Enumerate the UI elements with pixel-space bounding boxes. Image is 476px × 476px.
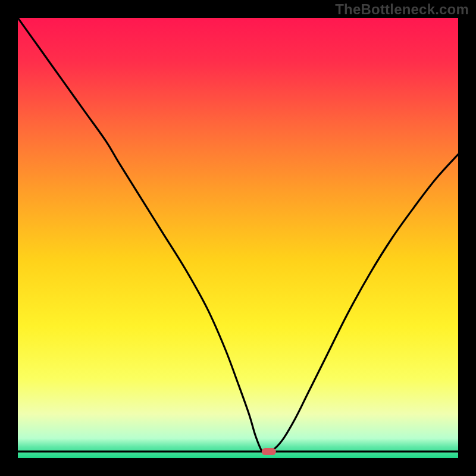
plot-area (18, 18, 458, 458)
optimal-marker (262, 448, 276, 455)
chart-frame: TheBottleneck.com (0, 0, 476, 476)
bottleneck-chart (18, 18, 458, 458)
watermark-text: TheBottleneck.com (335, 1, 469, 18)
